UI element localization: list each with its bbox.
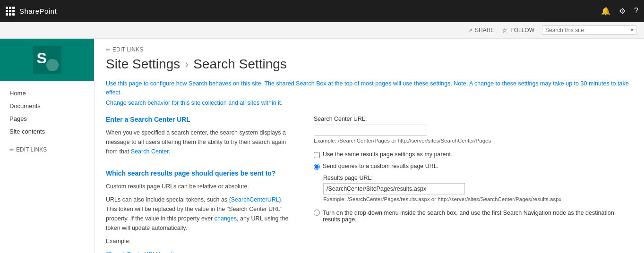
same-as-parent-checkbox[interactable] [314, 152, 320, 158]
results-url-example: Example: /SearchCenter/Pages/results.asp… [323, 196, 633, 202]
edit-pencil-icon: ✏ [106, 47, 110, 53]
share-button[interactable]: ↗ SHARE [468, 27, 494, 34]
follow-label: FOLLOW [510, 27, 534, 34]
info-text: Use this page to configure how Search be… [106, 79, 633, 97]
main-layout: S Home Documents Pages Site contents ✏ E… [0, 39, 644, 253]
search-center-section: Enter a Search Center URL When you've sp… [106, 116, 295, 156]
results-page-example-value: {SearchCenterURL}/results.aspx [106, 250, 295, 253]
logo-letter: S [37, 50, 47, 67]
search-input[interactable] [545, 27, 631, 34]
notification-icon[interactable]: 🔔 [601, 7, 610, 16]
same-as-parent-label: Use the same results page settings as my… [323, 151, 452, 158]
search-center-url-field: Search Center URL: Example: /SearchCente… [314, 116, 633, 143]
sidebar-edit-links-label: EDIT LINKS [16, 146, 47, 153]
results-url-input[interactable] [323, 183, 465, 194]
dropdown-label: Turn on the drop-down menu inside the se… [323, 210, 633, 223]
site-logo: S [0, 39, 94, 81]
settings-layout: Enter a Search Center URL When you've sp… [106, 116, 633, 253]
breadcrumb-part2: Search Settings [193, 57, 287, 72]
help-icon[interactable]: ? [634, 7, 638, 15]
breadcrumb-part1: Site Settings [106, 57, 180, 72]
settings-icon[interactable]: ⚙ [619, 7, 626, 16]
settings-right-column: Search Center URL: Example: /SearchCente… [314, 116, 633, 253]
logo-decoration [46, 59, 59, 71]
waffle-menu-icon[interactable] [6, 7, 15, 16]
share-icon: ↗ [468, 27, 472, 34]
custom-results-option: Send queries to a custom results page UR… [314, 163, 633, 170]
top-navbar: SharePoint 🔔 ⚙ ? [0, 0, 644, 22]
search-box-container: ▾ [542, 25, 636, 35]
brand-name: SharePoint [19, 7, 57, 15]
results-page-options: Use the same results page settings as my… [314, 151, 633, 223]
search-center-url-example: Example: /SearchCenter/Pages or http://s… [314, 138, 633, 143]
results-page-body2: URLs can also include special tokens, su… [106, 195, 295, 233]
logo-shape: S [33, 46, 61, 74]
sidebar-item-documents[interactable]: Documents [0, 100, 94, 112]
results-url-label: Results page URL: [323, 175, 633, 181]
sidebar-item-site-contents[interactable]: Site contents [0, 125, 94, 138]
sidebar-item-pages[interactable]: Pages [0, 112, 94, 125]
pencil-icon: ✏ [9, 147, 14, 153]
content-area: ✏ EDIT LINKS Site Settings › Search Sett… [94, 39, 644, 253]
change-search-link[interactable]: Change search behavior for this site col… [106, 100, 283, 106]
results-page-body1: Custom results page URLs can be relative… [106, 182, 295, 191]
search-center-body: When you've specified a search center, t… [106, 128, 295, 156]
sidebar-edit-links[interactable]: ✏ EDIT LINKS [0, 143, 94, 156]
custom-results-radio[interactable] [314, 164, 320, 170]
dropdown-radio[interactable] [314, 210, 320, 216]
results-page-heading: Which search results page should queries… [106, 169, 295, 177]
sidebar: S Home Documents Pages Site contents ✏ E… [0, 39, 94, 253]
follow-button[interactable]: ☆ FOLLOW [502, 26, 534, 34]
results-page-section: Which search results page should queries… [106, 169, 295, 253]
sub-navbar: ↗ SHARE ☆ FOLLOW ▾ [0, 22, 644, 39]
sidebar-item-home[interactable]: Home [0, 87, 94, 100]
results-page-example-label: Example: [106, 236, 295, 246]
custom-results-label: Send queries to a custom results page UR… [323, 163, 438, 169]
content-edit-links-label: EDIT LINKS [112, 46, 143, 53]
breadcrumb-separator: › [185, 58, 189, 71]
search-center-url-input[interactable] [314, 125, 427, 136]
sidebar-nav: Home Documents Pages Site contents [0, 81, 94, 143]
page-title-container: Site Settings › Search Settings [106, 57, 633, 72]
search-chevron-icon[interactable]: ▾ [631, 27, 633, 33]
settings-left-column: Enter a Search Center URL When you've sp… [106, 116, 295, 253]
dropdown-option: Turn on the drop-down menu inside the se… [314, 210, 633, 223]
star-icon: ☆ [502, 26, 508, 34]
share-label: SHARE [475, 27, 494, 34]
results-url-container: Results page URL: Example: /SearchCenter… [314, 175, 633, 202]
search-center-url-label: Search Center URL: [314, 116, 633, 122]
same-as-parent-option: Use the same results page settings as my… [314, 151, 633, 158]
content-edit-links[interactable]: ✏ EDIT LINKS [106, 46, 633, 53]
search-center-heading: Enter a Search Center URL [106, 116, 295, 123]
search-center-link[interactable]: Search Center [131, 148, 169, 155]
